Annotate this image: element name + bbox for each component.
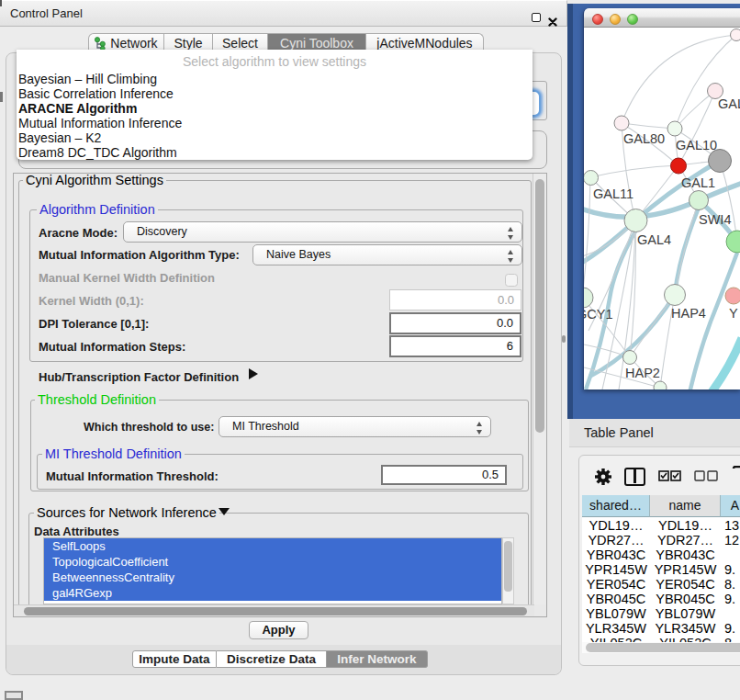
svg-text:GAL11: GAL11 [593,186,633,201]
svg-text:HAP2: HAP2 [625,366,660,380]
svg-text:HAP4: HAP4 [671,306,706,321]
svg-text:GAL80: GAL80 [623,131,665,146]
svg-text:GCY1: GCY1 [584,307,613,322]
svg-text:GAL1: GAL1 [681,175,715,190]
svg-text:Y: Y [729,306,738,321]
svg-text:SWI4: SWI4 [699,212,731,227]
svg-text:GAL10: GAL10 [676,138,717,152]
svg-text:GAL7: GAL7 [718,96,740,111]
svg-text:GAL4: GAL4 [637,232,671,247]
